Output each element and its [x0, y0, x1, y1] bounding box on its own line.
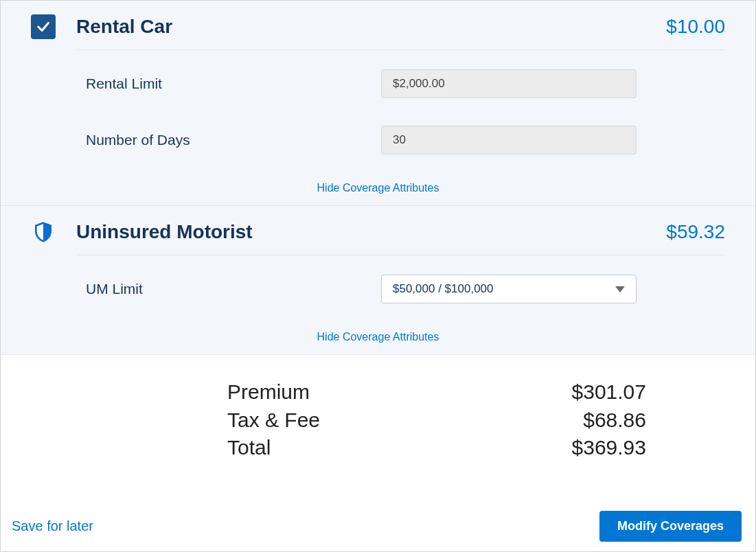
hide-attributes-row: Hide Coverage Attributes	[1, 174, 755, 206]
taxfee-label: Tax & Fee	[227, 406, 440, 435]
rental-limit-field: $2,000.00	[381, 69, 637, 98]
summary-grid: Premium $301.07 Tax & Fee $68.86 Total $…	[227, 378, 755, 462]
shield-icon	[31, 220, 56, 244]
attribute-row: Number of Days 30	[86, 126, 725, 154]
coverage-area: Rental Car $10.00 Rental Limit $2,000.00…	[1, 1, 755, 354]
save-for-later-link[interactable]: Save for later	[12, 518, 93, 534]
attribute-value: 30	[393, 133, 406, 147]
premium-label: Premium	[227, 378, 440, 406]
hide-attributes-link[interactable]: Hide Coverage Attributes	[317, 182, 439, 194]
select-value: $50,000 / $100,000	[393, 282, 494, 296]
summary-area: Premium $301.07 Tax & Fee $68.86 Total $…	[1, 354, 755, 551]
attribute-rows: UM Limit $50,000 / $100,000	[1, 255, 755, 303]
footer-row: Save for later Modify Coverages	[12, 511, 742, 542]
attribute-label: Number of Days	[86, 132, 381, 148]
premium-value: $301.07	[509, 378, 646, 406]
attribute-row: UM Limit $50,000 / $100,000	[86, 275, 725, 303]
section-header: Rental Car $10.00	[1, 1, 755, 50]
number-of-days-field: 30	[381, 126, 637, 154]
total-value: $369.93	[509, 434, 646, 462]
coverage-section-rental-car: Rental Car $10.00 Rental Limit $2,000.00…	[1, 1, 755, 206]
attribute-label: Rental Limit	[86, 76, 381, 92]
attribute-label: UM Limit	[86, 281, 381, 297]
section-title: Uninsured Motorist	[76, 221, 253, 243]
attribute-value: $2,000.00	[393, 77, 445, 91]
attribute-row: Rental Limit $2,000.00	[86, 69, 725, 98]
um-limit-select[interactable]: $50,000 / $100,000	[381, 275, 637, 303]
section-price: $59.32	[666, 221, 725, 243]
checkbox-checked-icon[interactable]	[31, 14, 56, 39]
section-header: Uninsured Motorist $59.32	[1, 206, 755, 255]
hide-attributes-link[interactable]: Hide Coverage Attributes	[317, 331, 439, 343]
modify-coverages-button[interactable]: Modify Coverages	[599, 511, 742, 542]
total-label: Total	[227, 434, 440, 462]
chevron-down-icon	[615, 286, 625, 292]
hide-attributes-row: Hide Coverage Attributes	[1, 323, 755, 354]
coverage-section-uninsured-motorist: Uninsured Motorist $59.32 UM Limit $50,0…	[1, 206, 755, 354]
section-title: Rental Car	[76, 16, 172, 38]
attribute-rows: Rental Limit $2,000.00 Number of Days 30	[1, 50, 755, 154]
taxfee-value: $68.86	[509, 406, 646, 435]
section-price: $10.00	[666, 16, 725, 38]
